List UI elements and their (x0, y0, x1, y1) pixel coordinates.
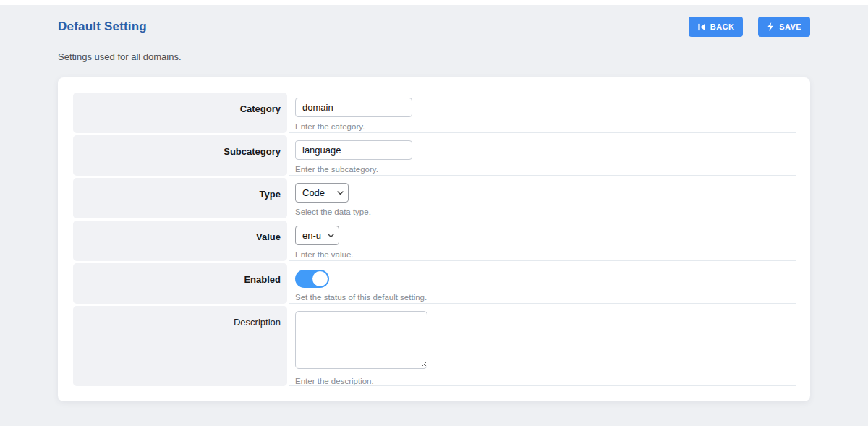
toolbar: BACK SAVE (689, 17, 810, 37)
lightning-icon (767, 22, 774, 31)
category-help-text: Enter the category. (295, 122, 796, 131)
form-row-category: Category Enter the category. (73, 93, 796, 133)
enabled-label: Enabled (73, 263, 287, 304)
subcategory-input[interactable] (295, 140, 412, 160)
save-button-label: SAVE (779, 22, 801, 31)
description-help-text: Enter the description. (295, 377, 796, 385)
form-row-subcategory: Subcategory Enter the subcategory. (73, 135, 796, 176)
toggle-knob (312, 271, 328, 286)
top-navbar-edge (0, 0, 868, 5)
form-row-type: Type Code Select the data type. (73, 178, 796, 218)
form-row-value: Value en-us Enter the value. (73, 221, 796, 261)
form-row-enabled: Enabled Set the status of this default s… (73, 263, 796, 304)
value-label: Value (73, 221, 287, 261)
description-label: Description (73, 306, 287, 386)
save-button[interactable]: SAVE (758, 17, 810, 37)
value-select[interactable]: en-us (295, 226, 339, 245)
category-label: Category (73, 93, 287, 133)
category-input[interactable] (295, 98, 412, 117)
back-button[interactable]: BACK (689, 17, 743, 37)
enabled-help-text: Set the status of this default setting. (295, 293, 796, 302)
description-textarea[interactable] (295, 311, 427, 369)
subcategory-help-text: Enter the subcategory. (295, 165, 796, 174)
page-subtitle: Settings used for all domains. (0, 37, 868, 62)
settings-form-card: Category Enter the category. Subcategory… (58, 77, 810, 401)
type-select[interactable]: Code (295, 183, 349, 203)
enabled-toggle[interactable] (295, 270, 329, 288)
form-row-description: Description Enter the description. (73, 306, 796, 386)
type-label: Type (73, 178, 287, 218)
skip-back-icon (697, 23, 705, 31)
subcategory-label: Subcategory (73, 135, 287, 176)
type-help-text: Select the data type. (295, 208, 796, 216)
value-help-text: Enter the value. (295, 250, 796, 259)
page-header: Default Setting BACK SAVE (0, 5, 868, 37)
back-button-label: BACK (710, 22, 734, 31)
page-title: Default Setting (58, 20, 147, 34)
